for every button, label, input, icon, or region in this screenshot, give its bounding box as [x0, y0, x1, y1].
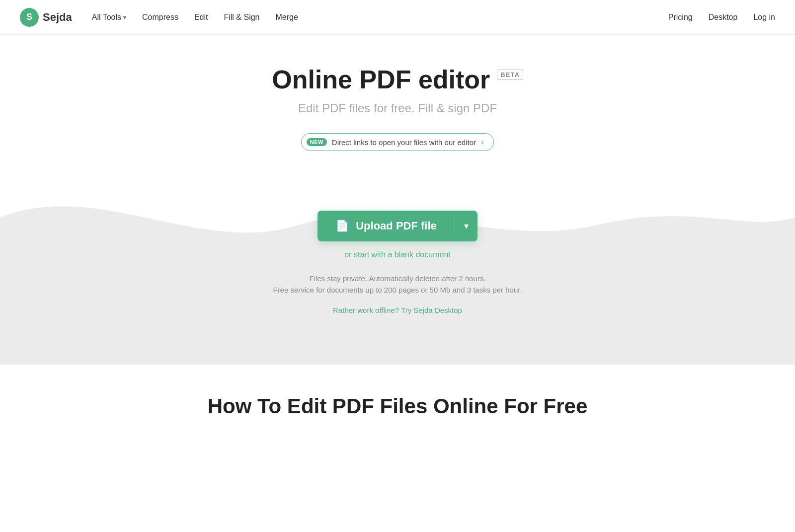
new-banner-text: Direct links to open your files with our… — [332, 138, 476, 147]
blank-document-link[interactable]: or start with a blank document — [10, 250, 785, 259]
logo-link[interactable]: S Sejda — [20, 8, 72, 27]
nav-merge-label: Merge — [276, 13, 298, 22]
nav-all-tools-label: All Tools — [92, 13, 121, 22]
nav-desktop-label: Desktop — [709, 13, 738, 21]
hero-section: Online PDF editor BETA Edit PDF files fo… — [0, 35, 795, 151]
nav-edit[interactable]: Edit — [194, 13, 208, 22]
offline-link[interactable]: Rather work offline? Try Sejda Desktop — [333, 306, 462, 314]
privacy-text: Files stay private. Automatically delete… — [10, 274, 785, 283]
nav-fill-sign[interactable]: Fill & Sign — [224, 13, 259, 22]
limits-text: Free service for documents up to 200 pag… — [10, 286, 785, 294]
bottom-title: How To Edit PDF Files Online For Free — [10, 394, 785, 418]
pdf-file-icon: 📄 — [335, 220, 349, 232]
nav-login-label: Log in — [753, 13, 775, 21]
hero-title-row: Online PDF editor BETA — [10, 65, 785, 94]
chevron-right-icon: › — [481, 138, 483, 147]
nav-edit-label: Edit — [194, 13, 208, 22]
nav-desktop[interactable]: Desktop — [709, 13, 738, 22]
upload-section: 📄 Upload PDF file ▾ or start with a blan… — [0, 171, 795, 365]
bottom-section: How To Edit PDF Files Online For Free — [0, 365, 795, 438]
nav-compress-label: Compress — [142, 13, 178, 22]
navbar: S Sejda All Tools ▾ Compress Edit Fill &… — [0, 0, 795, 35]
dropdown-arrow-icon: ▾ — [464, 221, 469, 231]
nav-left: All Tools ▾ Compress Edit Fill & Sign Me… — [92, 13, 668, 22]
nav-all-tools[interactable]: All Tools ▾ — [92, 13, 126, 22]
offline-text: Rather work offline? Try Sejda Desktop — [333, 306, 462, 314]
upload-dropdown-button[interactable]: ▾ — [455, 211, 477, 241]
upload-content: 📄 Upload PDF file ▾ or start with a blan… — [10, 211, 785, 315]
nav-fill-sign-label: Fill & Sign — [224, 13, 259, 22]
new-tag: NEW — [307, 138, 327, 146]
logo-letter: S — [26, 12, 32, 22]
nav-pricing[interactable]: Pricing — [668, 13, 693, 22]
blank-doc-label: or start with a blank document — [344, 250, 450, 259]
hero-title: Online PDF editor — [272, 65, 490, 94]
hero-subtitle: Edit PDF files for free. Fill & sign PDF — [10, 101, 785, 115]
nav-login[interactable]: Log in — [753, 13, 775, 22]
beta-badge: BETA — [497, 70, 523, 80]
nav-merge[interactable]: Merge — [276, 13, 298, 22]
chevron-down-icon: ▾ — [123, 14, 126, 21]
nav-pricing-label: Pricing — [668, 13, 693, 21]
nav-right: Pricing Desktop Log in — [668, 13, 775, 22]
upload-button-group: 📄 Upload PDF file ▾ — [318, 211, 477, 241]
upload-btn-label: Upload PDF file — [356, 220, 437, 232]
upload-pdf-button[interactable]: 📄 Upload PDF file — [318, 211, 455, 241]
logo-text: Sejda — [43, 11, 72, 24]
logo-icon: S — [20, 8, 39, 27]
nav-compress[interactable]: Compress — [142, 13, 178, 22]
new-banner-link[interactable]: NEW Direct links to open your files with… — [301, 133, 494, 151]
